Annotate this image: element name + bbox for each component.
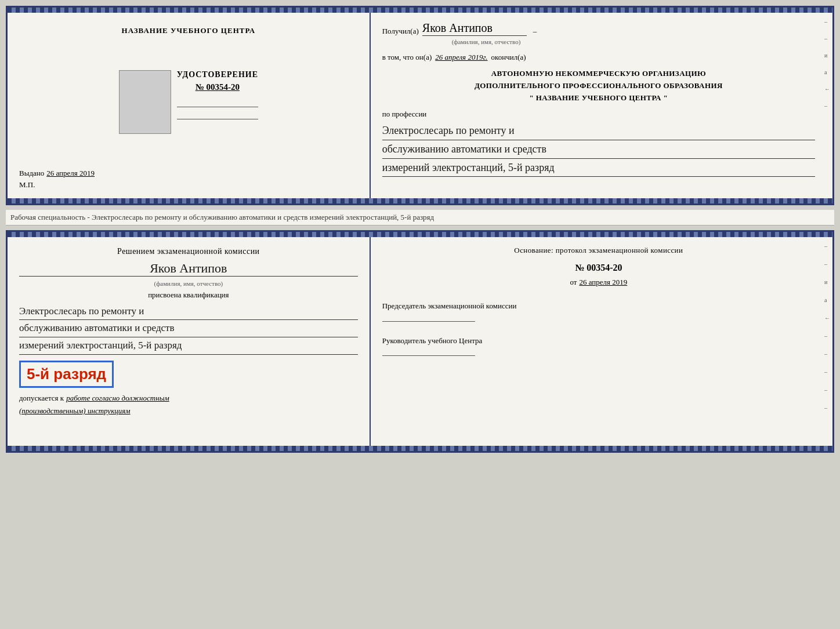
vydano-label: Выдано (19, 169, 44, 178)
profession-line1: Электрослесарь по ремонту и (382, 122, 815, 140)
rukovoditel-label: Руководитель учебного Центра (382, 335, 815, 347)
udost-label: УДОСТОВЕРЕНИЕ (177, 70, 258, 79)
cert-top-right: Получил(а) Яков Антипов – (фамилия, имя,… (371, 13, 832, 198)
fio-subtitle-bottom: (фамилия, имя, отчество) (19, 280, 358, 287)
bottom-strip-top (8, 198, 832, 203)
dopuskaetsya-hw2: (производственным) инструкциям (19, 406, 358, 416)
prisvoena-label: присвоена квалификация (19, 290, 358, 300)
vydano-date: 26 апреля 2019 (46, 169, 95, 178)
org-name-label: НАЗВАНИЕ УЧЕБНОГО ЦЕНТРА (122, 26, 256, 35)
cert-center-block: УДОСТОВЕРЕНИЕ № 00354-20 (119, 35, 258, 169)
page-wrapper: НАЗВАНИЕ УЧЕБНОГО ЦЕНТРА УДОСТОВЕРЕНИЕ №… (6, 6, 834, 453)
cert-bottom-left: Решением экзаменационной комиссии Яков А… (8, 237, 371, 446)
cert-top: НАЗВАНИЕ УЧЕБНОГО ЦЕНТРА УДОСТОВЕРЕНИЕ №… (6, 6, 834, 205)
recipient-name: Яков Антипов (422, 21, 527, 36)
right-marks-top: ––иа←– (824, 19, 830, 109)
vydano-block: Выдано 26 апреля 2019 М.П. (19, 169, 358, 192)
photo-placeholder (119, 70, 171, 134)
top-strip (8, 8, 832, 13)
ot-date: 26 апреля 2019 (579, 278, 627, 287)
cert-top-left: НАЗВАНИЕ УЧЕБНОГО ЦЕНТРА УДОСТОВЕРЕНИЕ №… (8, 13, 371, 198)
po-professii: по профессии (382, 110, 815, 119)
okonchil-label: окончил(а) (491, 53, 526, 62)
profession-line2: обслуживанию автоматики и средств (382, 140, 815, 159)
ot-date-block: от 26 апреля 2019 (382, 278, 815, 287)
cert-bottom-right: Основание: протокол экзаменационной коми… (371, 237, 832, 446)
right-marks-bottom: ––иа←––––– (824, 243, 830, 411)
sign-line2 (177, 119, 258, 119)
profession-line3: измерений электростанций, 5-й разряд (382, 159, 815, 177)
cert-bottom: Решением экзаменационной комиссии Яков А… (6, 230, 834, 453)
dopuskaetsya-label: допускается к (19, 394, 64, 403)
bottom-strip-bottom (8, 446, 832, 451)
razryad-badge: 5-й разряд (19, 361, 114, 388)
org-text-line3: " НАЗВАНИЕ УЧЕБНОГО ЦЕНТРА " (382, 92, 815, 104)
osnovanie-label: Основание: протокол экзаменационной коми… (382, 246, 815, 255)
ot-label: от (570, 278, 577, 287)
sign-line1 (177, 107, 258, 107)
fio-subtitle-top: (фамилия, имя, отчество) (452, 38, 815, 45)
protocol-number: № 00354-20 (382, 263, 815, 273)
profession-block: Электрослесарь по ремонту и обслуживанию… (382, 122, 815, 177)
recipient-line: Получил(а) Яков Антипов – (382, 21, 815, 36)
razryad-text: 5-й разряд (27, 365, 106, 383)
udost-number: № 00354-20 (195, 82, 240, 92)
dopuskaetsya-hw: работе согласно должностным (66, 394, 169, 403)
predsedatel-label: Председатель экзаменационной комиссии (382, 300, 815, 312)
mp-label: М.П. (19, 180, 358, 190)
vtom-line: в том, что он(а) 26 апреля 2019г. окончи… (382, 53, 815, 62)
top-strip-bottom (8, 232, 832, 237)
date-value: 26 апреля 2019г. (435, 53, 487, 62)
qual-line1: Электрослесарь по ремонту и (19, 303, 358, 321)
qual-line3: измерений электростанций, 5-й разряд (19, 337, 358, 355)
poluchil-label: Получил(а) (382, 27, 419, 36)
org-text-block: АВТОНОМНУЮ НЕКОММЕРЧЕСКУЮ ОРГАНИЗАЦИЮ ДО… (382, 68, 815, 104)
bottom-name: Яков Антипов (19, 261, 358, 277)
resheniem-label: Решением экзаменационной комиссии (19, 246, 358, 257)
dopuskaetsya-block: допускается к работе согласно должностны… (19, 394, 358, 403)
org-text-line2: ДОПОЛНИТЕЛЬНОГО ПРОФЕССИОНАЛЬНОГО ОБРАЗО… (382, 80, 815, 92)
qual-line2: обслуживанию автоматики и средств (19, 320, 358, 337)
between-label: Рабочая специальность - Электрослесарь п… (6, 210, 834, 226)
predsedatel-sign-line (382, 321, 475, 322)
dash: – (533, 27, 537, 36)
qualification-block: Электрослесарь по ремонту и обслуживанию… (19, 303, 358, 355)
org-text-line1: АВТОНОМНУЮ НЕКОММЕРЧЕСКУЮ ОРГАНИЗАЦИЮ (382, 68, 815, 80)
vtom-label: в том, что он(а) (382, 53, 432, 62)
rukovoditel-sign-line (382, 355, 475, 356)
